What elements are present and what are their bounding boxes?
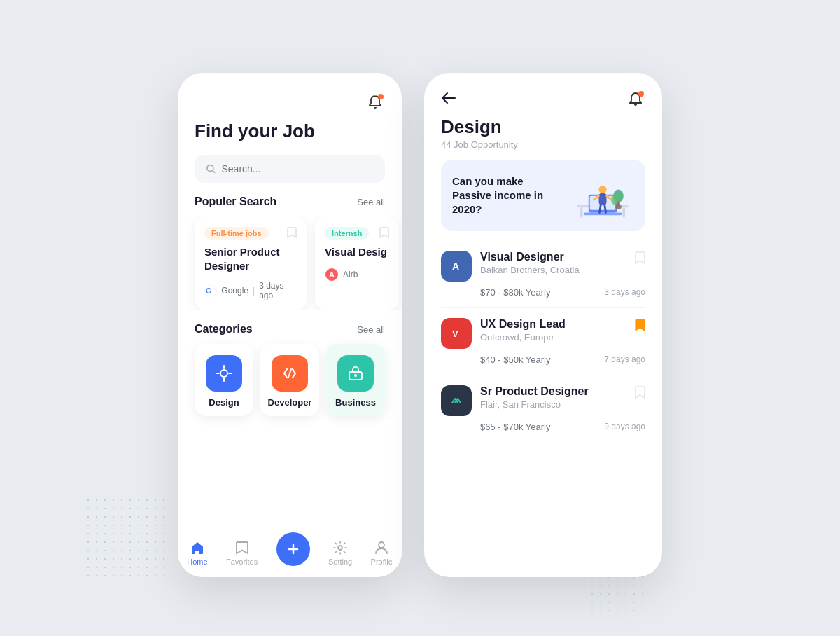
svg-line-33 xyxy=(605,205,606,213)
svg-point-17 xyxy=(379,542,384,548)
popular-see-all[interactable]: See all xyxy=(357,197,385,207)
bookmark-icon-2[interactable] xyxy=(379,226,389,242)
bookmark-3[interactable] xyxy=(634,385,645,402)
left-header xyxy=(178,73,402,112)
search-icon xyxy=(206,163,216,174)
left-phone: Find your Job Populer Search See all Ful… xyxy=(178,73,402,577)
google-logo-icon: G xyxy=(204,284,217,298)
svg-text:A: A xyxy=(329,270,335,279)
svg-line-32 xyxy=(599,205,601,213)
profile-icon xyxy=(374,540,388,555)
add-button[interactable] xyxy=(276,532,310,566)
right-notification-icon[interactable] xyxy=(626,90,645,109)
search-input[interactable] xyxy=(222,163,374,174)
search-bar[interactable] xyxy=(195,155,385,183)
favorites-icon xyxy=(235,540,249,555)
categories-title: Categories xyxy=(195,323,253,336)
job-card-company-1: G Google | 3 days ago xyxy=(204,281,297,300)
job-card-title-1: Senior Product Designer xyxy=(204,245,297,272)
category-business[interactable]: Business xyxy=(326,344,385,416)
job-card-2[interactable]: Internsh Visual Desig A Airb xyxy=(315,216,399,310)
banner-text: Can you make Passive income in 2020? xyxy=(452,174,564,217)
nav-profile[interactable]: Profile xyxy=(371,540,393,566)
category-design[interactable]: Design xyxy=(195,344,253,416)
job-list-item-3[interactable]: Sr Product Designer Flair, San Francisco… xyxy=(441,375,645,442)
notification-dot xyxy=(378,94,384,99)
back-button[interactable] xyxy=(441,92,456,108)
job-title-3: Sr Product Designer xyxy=(480,385,626,398)
svg-rect-29 xyxy=(599,193,607,205)
svg-rect-19 xyxy=(580,207,583,218)
right-notification-dot xyxy=(638,91,644,97)
nav-favorites[interactable]: Favorites xyxy=(226,540,258,566)
svg-text:V: V xyxy=(452,329,458,339)
job-company-3: Flair, San Francisco xyxy=(480,399,626,410)
svg-line-1 xyxy=(213,171,215,173)
dot-pattern-2 xyxy=(588,573,644,615)
company-avatar-2: V xyxy=(441,318,472,349)
job-time-3: 9 days ago xyxy=(604,422,645,432)
job-salary-2: $40 - $50k Yearly xyxy=(480,354,550,365)
job-company-2: Outcrowd, Europe xyxy=(480,332,626,343)
developer-label: Developer xyxy=(268,397,312,408)
company-avatar-1: A xyxy=(441,251,472,282)
page-title: Find your Job xyxy=(195,120,385,142)
airbnb-logo-icon: A xyxy=(325,268,339,282)
job-time-2: 7 days ago xyxy=(604,354,645,365)
phones-container: Find your Job Populer Search See all Ful… xyxy=(178,59,662,577)
job-card-tag-1: Full-time jobs xyxy=(204,227,269,240)
banner-illustration xyxy=(564,171,634,220)
design-label: Design xyxy=(209,397,239,408)
job-list: A Visual Designer Balkan Brothers, Croat… xyxy=(424,241,662,442)
category-page-title: Design xyxy=(441,116,645,138)
svg-rect-20 xyxy=(622,207,625,218)
dot-pattern-1 xyxy=(84,496,168,580)
right-header xyxy=(424,73,662,109)
settings-icon xyxy=(332,540,348,555)
notification-bell-icon[interactable] xyxy=(365,92,385,112)
svg-text:A: A xyxy=(452,261,459,272)
bookmark-icon-1[interactable] xyxy=(287,226,297,242)
job-meta-1: $70 - $80k Yearly 3 days ago xyxy=(441,287,645,298)
design-category-icon xyxy=(206,355,242,392)
separator-1: | xyxy=(253,286,255,296)
home-icon xyxy=(190,540,205,555)
nav-home[interactable]: Home xyxy=(187,540,207,566)
plus-icon xyxy=(286,542,300,556)
business-label: Business xyxy=(335,397,376,408)
bookmark-2[interactable] xyxy=(634,318,645,335)
job-meta-3: $65 - $70k Yearly 9 days ago xyxy=(441,422,645,432)
svg-rect-27 xyxy=(615,205,621,209)
svg-point-16 xyxy=(338,546,342,550)
left-title: Find your Job xyxy=(178,112,402,142)
job-salary-1: $70 - $80k Yearly xyxy=(480,287,550,298)
job-card-title-2: Visual Desig xyxy=(325,245,389,259)
right-phone: Design 44 Job Opportunity Can you make P… xyxy=(424,73,662,577)
job-meta-2: $40 - $50k Yearly 7 days ago xyxy=(441,354,645,365)
category-developer[interactable]: Developer xyxy=(260,344,319,416)
categories-see-all[interactable]: See all xyxy=(357,324,385,335)
nav-profile-label: Profile xyxy=(371,558,393,566)
right-title-section: Design 44 Job Opportunity xyxy=(424,109,662,150)
job-card-1[interactable]: Full-time jobs Senior Product Designer G… xyxy=(195,216,307,310)
nav-setting[interactable]: Setting xyxy=(328,540,352,566)
job-card-company-2: A Airb xyxy=(325,268,389,282)
job-list-item-2[interactable]: V UX Design Lead Outcrowd, Europe $40 - xyxy=(441,308,645,375)
job-title-2: UX Design Lead xyxy=(480,318,626,331)
job-cards-row: Full-time jobs Senior Product Designer G… xyxy=(178,216,402,310)
svg-rect-23 xyxy=(584,213,622,216)
nav-add[interactable] xyxy=(276,539,310,566)
job-list-item-1[interactable]: A Visual Designer Balkan Brothers, Croat… xyxy=(441,241,645,308)
popular-section-title: Populer Search xyxy=(195,195,276,208)
svg-text:G: G xyxy=(206,286,212,295)
popular-section-header: Populer Search See all xyxy=(178,195,402,208)
job-title-1: Visual Designer xyxy=(480,251,626,263)
developer-category-icon xyxy=(272,355,308,392)
svg-line-11 xyxy=(288,369,291,378)
bookmark-1[interactable] xyxy=(634,251,645,268)
job-info-2: UX Design Lead Outcrowd, Europe xyxy=(480,318,626,343)
categories-section: Categories See all Design xyxy=(178,323,402,416)
banner-card[interactable]: Can you make Passive income in 2020? xyxy=(441,160,645,231)
job-info-3: Sr Product Designer Flair, San Francisco xyxy=(480,385,626,410)
job-count: 44 Job Opportunity xyxy=(441,139,645,150)
